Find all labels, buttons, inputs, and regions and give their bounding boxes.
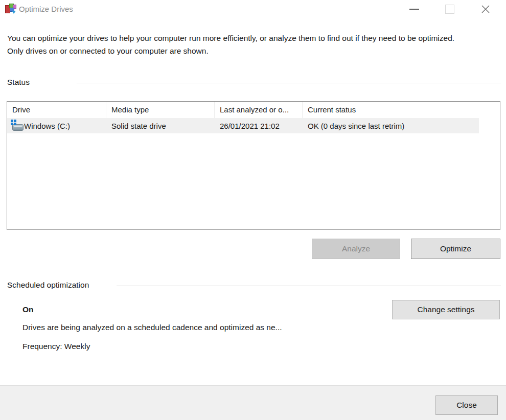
minimize-icon	[409, 9, 419, 10]
defrag-app-icon	[5, 3, 16, 14]
analyze-button[interactable]: Analyze	[312, 239, 400, 259]
maximize-button	[438, 0, 462, 18]
cell-last-analyzed: 26/01/2021 21:02	[215, 122, 303, 130]
close-button[interactable]: Close	[435, 395, 498, 415]
window-close-button[interactable]	[474, 0, 497, 18]
scheduled-frequency: Frequency: Weekly	[22, 342, 90, 351]
window-title: Optimize Drives	[19, 5, 73, 13]
scheduled-section-label: Scheduled optimization	[7, 281, 89, 290]
optimize-drives-dialog: Optimize Drives You can optimize your dr…	[0, 0, 506, 420]
scheduled-state: On	[22, 305, 34, 314]
column-header-current-status[interactable]: Current status	[303, 102, 500, 118]
change-settings-button[interactable]: Change settings	[392, 300, 500, 319]
status-section-label: Status	[7, 78, 30, 87]
minimize-button[interactable]	[402, 0, 426, 18]
cell-media-type: Solid state drive	[106, 122, 215, 130]
scheduled-description: Drives are being analyzed on a scheduled…	[22, 323, 282, 332]
cell-current-status: OK (0 days since last retrim)	[303, 122, 479, 130]
drives-list: Drive Media type Last analyzed or o... C…	[7, 101, 500, 230]
column-header-media-type[interactable]: Media type	[106, 102, 215, 118]
defrag-icon-arrow	[12, 11, 16, 14]
maximize-icon	[445, 5, 454, 14]
column-header-drive[interactable]: Drive	[7, 102, 106, 118]
drives-list-header: Drive Media type Last analyzed or o... C…	[7, 102, 500, 118]
dialog-footer: Close	[0, 385, 506, 420]
drive-row-windows-c[interactable]: Windows (C:) Solid state drive 26/01/202…	[7, 118, 479, 133]
column-header-last-analyzed[interactable]: Last analyzed or o...	[215, 102, 303, 118]
close-icon	[480, 4, 491, 14]
dialog-description: You can optimize your drives to help you…	[7, 32, 469, 57]
hard-drive-icon	[11, 120, 24, 132]
scheduled-section-divider	[117, 286, 501, 286]
status-section-divider	[77, 83, 501, 83]
windows-logo-icon	[11, 120, 17, 126]
optimize-button[interactable]: Optimize	[411, 239, 500, 259]
title-bar: Optimize Drives	[0, 0, 506, 20]
